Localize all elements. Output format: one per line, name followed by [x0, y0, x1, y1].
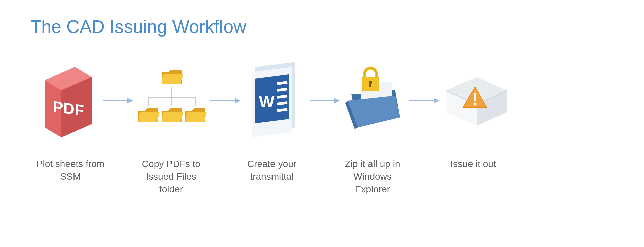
svg-line-27 — [277, 89, 287, 90]
step-4 — [340, 57, 409, 144]
svg-rect-48 — [474, 93, 476, 101]
arrow-right-icon — [409, 96, 440, 106]
locked-folder-icon — [341, 64, 408, 137]
svg-marker-17 — [162, 112, 183, 122]
pdf-doc-icon: PDF — [35, 60, 102, 141]
svg-marker-15 — [138, 112, 160, 122]
arrow-right-icon — [210, 96, 241, 106]
arrow-3 — [310, 96, 340, 106]
step-1-caption: Plot sheets from SSM — [34, 158, 107, 195]
svg-line-26 — [277, 82, 287, 84]
workflow-slide: The CAD Issuing Workflow PDF — [0, 0, 644, 247]
step-4-caption: Zip it all up in Windows Explorer — [336, 158, 409, 195]
step-5-caption: Issue it out — [436, 158, 510, 195]
svg-line-30 — [277, 109, 287, 111]
envelope-alert-icon — [440, 67, 510, 134]
step-5 — [440, 57, 510, 144]
svg-line-29 — [277, 103, 287, 104]
svg-rect-40 — [369, 83, 371, 87]
step-1: PDF — [34, 57, 103, 144]
lock-icon — [362, 68, 379, 91]
svg-marker-42 — [434, 98, 440, 103]
step-2 — [133, 57, 210, 144]
arrow-right-icon — [103, 96, 133, 106]
arrow-4 — [409, 96, 440, 106]
svg-text:W: W — [259, 93, 275, 111]
svg-marker-6 — [127, 98, 133, 103]
svg-line-28 — [277, 96, 287, 97]
arrow-1 — [103, 96, 133, 106]
folder-tree-icon — [133, 64, 210, 137]
step-3: W — [241, 57, 310, 144]
arrow-right-icon — [310, 96, 340, 106]
slide-title: The CAD Issuing Workflow — [30, 16, 246, 37]
workflow-row: PDF — [34, 50, 510, 151]
word-doc-icon: W — [245, 60, 305, 141]
svg-point-49 — [474, 103, 477, 106]
svg-marker-13 — [162, 74, 183, 84]
svg-marker-19 — [185, 112, 207, 122]
svg-marker-21 — [235, 98, 241, 103]
step-2-caption: Copy PDFs to Issued Files folder — [134, 158, 208, 195]
step-3-caption: Create your transmittal — [235, 158, 309, 195]
svg-marker-32 — [334, 98, 340, 103]
captions-row: Plot sheets from SSM Copy PDFs to Issued… — [34, 158, 510, 195]
arrow-2 — [210, 96, 241, 106]
